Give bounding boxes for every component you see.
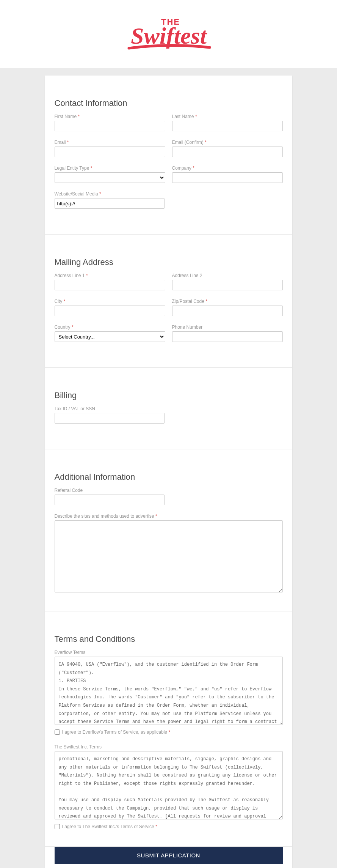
label-swiftest-agree: I agree to The Swiftest Inc.'s Terms of … (62, 824, 157, 829)
submit-wrap: SUBMIT APPLICATION (45, 847, 292, 868)
label-zip: Zip/Postal Code * (172, 299, 283, 304)
swiftest-logo: THE Swiftest (112, 13, 226, 55)
label-email: Email * (55, 140, 165, 145)
page-body: Contact Information First Name * Last Na… (0, 68, 337, 868)
label-last-name: Last Name * (172, 114, 283, 119)
section-terms: Terms and Conditions Everflow Terms CA 9… (45, 611, 292, 847)
first-name-input[interactable] (55, 121, 165, 131)
label-addr1: Address Line 1 * (55, 273, 165, 278)
everflow-agree-checkbox[interactable] (55, 729, 60, 735)
page-header: THE Swiftest (0, 0, 337, 68)
referral-input[interactable] (55, 495, 165, 505)
label-website: Website/Social Media * (55, 191, 165, 197)
section-title-mailing: Mailing Address (55, 257, 283, 267)
section-additional: Additional Information Referral Code Des… (45, 449, 292, 611)
everflow-terms-box[interactable]: CA 94040, USA ("Everflow"), and the cust… (55, 657, 283, 725)
phone-input[interactable] (172, 331, 283, 342)
company-input[interactable] (172, 172, 283, 183)
label-referral: Referral Code (55, 488, 165, 493)
swiftest-agree-checkbox[interactable] (55, 824, 60, 829)
label-tax-id: Tax ID / VAT or SSN (55, 406, 165, 411)
label-describe: Describe the sites and methods used to a… (55, 514, 283, 519)
tax-id-input[interactable] (55, 413, 165, 424)
legal-entity-select[interactable] (55, 172, 165, 183)
label-country: Country * (55, 325, 165, 330)
label-phone: Phone Number (172, 325, 283, 330)
label-company: Company * (172, 165, 283, 171)
label-addr2: Address Line 2 (172, 273, 283, 278)
section-title-contact: Contact Information (55, 98, 283, 108)
city-input[interactable] (55, 306, 165, 316)
website-input[interactable] (55, 198, 165, 209)
label-everflow-terms: Everflow Terms (55, 650, 283, 655)
swiftest-terms-box[interactable]: promotional, marketing and descriptive m… (55, 751, 283, 819)
addr1-input[interactable] (55, 280, 165, 290)
email-input[interactable] (55, 147, 165, 157)
label-everflow-agree: I agree to Everflow's Terms of Service, … (62, 729, 171, 735)
country-select[interactable]: Select Country... (55, 331, 165, 342)
form-card: Contact Information First Name * Last Na… (45, 76, 292, 868)
section-mailing: Mailing Address Address Line 1 * Address… (45, 235, 292, 368)
submit-button[interactable]: SUBMIT APPLICATION (55, 847, 283, 864)
email-confirm-input[interactable] (172, 147, 283, 157)
label-legal-entity: Legal Entity Type * (55, 165, 165, 171)
section-title-billing: Billing (55, 391, 283, 400)
section-contact: Contact Information First Name * Last Na… (45, 76, 292, 235)
label-email-confirm: Email (Confirm) * (172, 140, 283, 145)
zip-input[interactable] (172, 306, 283, 316)
describe-textarea[interactable] (55, 520, 283, 592)
section-billing: Billing Tax ID / VAT or SSN (45, 368, 292, 449)
label-first-name: First Name * (55, 114, 165, 119)
section-title-additional: Additional Information (55, 472, 283, 482)
addr2-input[interactable] (172, 280, 283, 290)
section-title-terms: Terms and Conditions (55, 634, 283, 644)
last-name-input[interactable] (172, 121, 283, 131)
label-city: City * (55, 299, 165, 304)
label-swiftest-terms: The Swiftest Inc. Terms (55, 744, 283, 750)
